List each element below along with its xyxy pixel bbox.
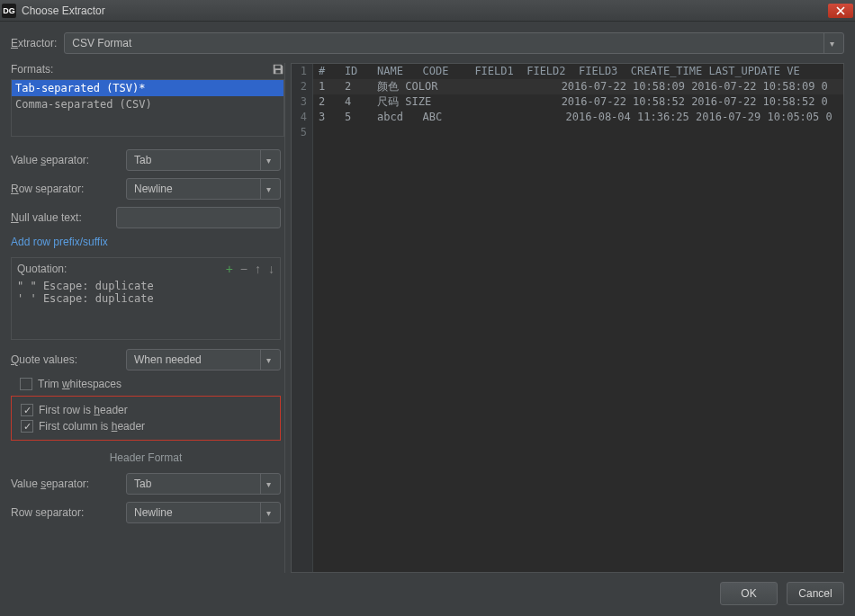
extractor-label: Extractor:: [11, 37, 57, 49]
add-icon[interactable]: +: [226, 262, 233, 276]
cancel-button[interactable]: Cancel: [787, 582, 844, 605]
close-button[interactable]: [828, 4, 853, 18]
row-separator-combo[interactable]: Newline: [126, 178, 281, 200]
first-column-header-checkbox[interactable]: [21, 420, 33, 433]
preview-row: 3 5 abcd ABC 2016-08-04 11:36:25 2016-07…: [313, 110, 843, 125]
header-format-title: Header Format: [11, 451, 281, 464]
formats-label: Formats:: [11, 63, 53, 76]
line-gutter: 12345: [292, 64, 313, 572]
quote-values-combo[interactable]: When needed: [126, 349, 281, 370]
null-value-label: Null value text:: [11, 211, 109, 224]
header-checkboxes-highlight: First row is header First column is head…: [11, 396, 281, 441]
quotation-list[interactable]: " " Escape: duplicate ' ' Escape: duplic…: [17, 280, 274, 334]
hf-value-separator-label: Value separator:: [11, 478, 119, 490]
hf-value-separator-combo[interactable]: Tab: [126, 473, 281, 495]
value-separator-combo[interactable]: Tab: [126, 149, 281, 171]
preview-row: 2 4 尺码 SIZE 2016-07-22 10:58:52 2016-07-…: [313, 94, 843, 110]
value-separator-label: Value separator:: [11, 154, 119, 166]
chevron-down-icon: [260, 474, 276, 494]
first-row-header-label: First row is header: [39, 404, 128, 416]
null-value-input[interactable]: [116, 207, 281, 228]
chevron-down-icon: [260, 503, 276, 522]
first-row-header-checkbox[interactable]: [21, 404, 33, 416]
arrow-up-icon: ↑: [255, 262, 261, 276]
arrow-down-icon: ↓: [268, 262, 274, 276]
chevron-down-icon: [260, 179, 276, 199]
ok-button[interactable]: OK: [720, 582, 778, 605]
preview-row: 1 2 颜色 COLOR 2016-07-22 10:58:09 2016-07…: [313, 79, 843, 94]
format-item-csv[interactable]: Comma-separated (CSV): [12, 96, 284, 112]
trim-whitespaces-checkbox[interactable]: [20, 378, 32, 390]
quotation-item[interactable]: ' ' Escape: duplicate: [17, 292, 274, 305]
trim-whitespaces-label: Trim whitespaces: [38, 378, 122, 390]
remove-icon: −: [240, 262, 248, 276]
quotation-label: Quotation:: [17, 263, 226, 275]
preview-row: [313, 125, 843, 140]
formats-list[interactable]: Tab-separated (TSV)* Comma-separated (CS…: [11, 79, 284, 137]
chevron-down-icon: [260, 150, 276, 170]
hf-row-separator-combo[interactable]: Newline: [126, 502, 281, 523]
quotation-item[interactable]: " " Escape: duplicate: [17, 280, 274, 292]
hf-row-separator-label: Row separator:: [11, 506, 119, 519]
extractor-combo[interactable]: CSV Format: [64, 32, 844, 54]
chevron-down-icon: [260, 350, 276, 370]
save-icon[interactable]: [272, 63, 284, 76]
preview-header-line: # ID NAME CODE FIELD1 FIELD2 FIELD3 CREA…: [313, 64, 843, 79]
close-icon: [836, 6, 845, 15]
first-column-header-label: First column is header: [39, 420, 145, 433]
titlebar: DG Choose Extractor: [0, 0, 855, 22]
row-separator-label: Row separator:: [11, 183, 119, 195]
app-icon: DG: [2, 4, 16, 18]
add-prefix-suffix-link[interactable]: Add row prefix/suffix: [11, 236, 281, 248]
format-item-tsv[interactable]: Tab-separated (TSV)*: [12, 80, 284, 96]
chevron-down-icon: [824, 33, 840, 53]
quote-values-label: Quote values:: [11, 353, 119, 366]
window-title: Choose Extractor: [22, 4, 828, 17]
preview-pane: 12345 # ID NAME CODE FIELD1 FIELD2 FIELD…: [291, 63, 844, 573]
